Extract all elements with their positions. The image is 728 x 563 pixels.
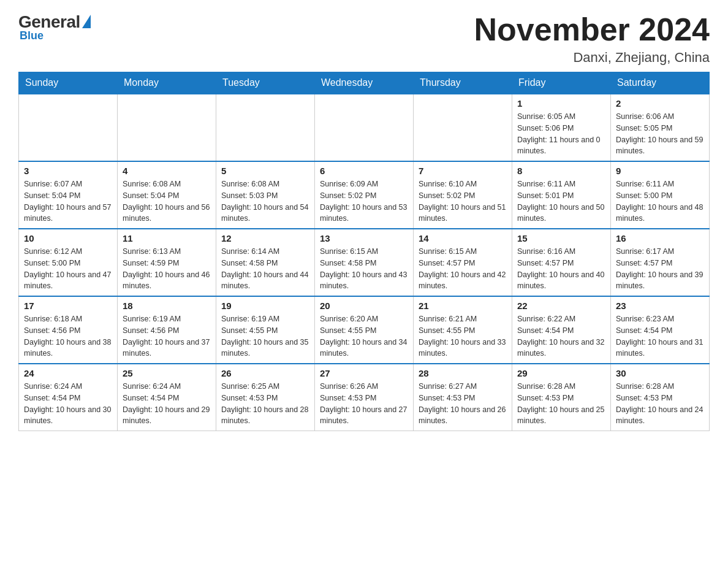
calendar-cell: 6Sunrise: 6:09 AMSunset: 5:02 PMDaylight… [315,161,414,229]
day-number: 23 [616,301,704,311]
calendar-cell: 29Sunrise: 6:28 AMSunset: 4:53 PMDayligh… [512,364,611,431]
day-number: 24 [24,368,112,378]
calendar-cell: 17Sunrise: 6:18 AMSunset: 4:56 PMDayligh… [19,296,118,364]
day-info: Sunrise: 6:09 AMSunset: 5:02 PMDaylight:… [320,178,408,224]
day-info: Sunrise: 6:05 AMSunset: 5:06 PMDaylight:… [517,111,605,157]
day-number: 13 [320,233,408,243]
calendar-cell: 9Sunrise: 6:11 AMSunset: 5:00 PMDaylight… [611,161,710,229]
calendar-cell: 21Sunrise: 6:21 AMSunset: 4:55 PMDayligh… [414,296,512,364]
calendar-cell [118,94,216,161]
day-info: Sunrise: 6:06 AMSunset: 5:05 PMDaylight:… [616,111,704,157]
day-info: Sunrise: 6:28 AMSunset: 4:53 PMDaylight:… [616,381,704,427]
day-info: Sunrise: 6:20 AMSunset: 4:55 PMDaylight:… [320,313,408,359]
day-info: Sunrise: 6:10 AMSunset: 5:02 PMDaylight:… [419,178,507,224]
day-number: 12 [221,233,309,243]
week-row-4: 17Sunrise: 6:18 AMSunset: 4:56 PMDayligh… [19,296,710,364]
day-number: 29 [517,368,605,378]
day-number: 7 [419,166,507,176]
weekday-header-thursday: Thursday [414,72,512,94]
day-info: Sunrise: 6:16 AMSunset: 4:57 PMDaylight:… [517,246,605,292]
calendar-cell: 4Sunrise: 6:08 AMSunset: 5:04 PMDaylight… [118,161,216,229]
day-info: Sunrise: 6:21 AMSunset: 4:55 PMDaylight:… [419,313,507,359]
day-number: 2 [616,98,704,109]
calendar-cell: 23Sunrise: 6:23 AMSunset: 4:54 PMDayligh… [611,296,710,364]
day-number: 3 [24,166,112,176]
day-number: 6 [320,166,408,176]
day-number: 22 [517,301,605,311]
day-info: Sunrise: 6:12 AMSunset: 5:00 PMDaylight:… [24,246,112,292]
calendar-cell: 20Sunrise: 6:20 AMSunset: 4:55 PMDayligh… [315,296,414,364]
calendar-cell: 25Sunrise: 6:24 AMSunset: 4:54 PMDayligh… [118,364,216,431]
day-number: 16 [616,233,704,243]
calendar-cell: 11Sunrise: 6:13 AMSunset: 4:59 PMDayligh… [118,229,216,296]
day-number: 28 [419,368,507,378]
calendar-cell: 8Sunrise: 6:11 AMSunset: 5:01 PMDaylight… [512,161,611,229]
day-number: 20 [320,301,408,311]
weekday-header-wednesday: Wednesday [315,72,414,94]
logo-blue-text: Blue [20,29,44,42]
calendar-cell: 15Sunrise: 6:16 AMSunset: 4:57 PMDayligh… [512,229,611,296]
logo: General Blue [18,12,91,42]
day-number: 18 [123,301,211,311]
calendar-cell: 5Sunrise: 6:08 AMSunset: 5:03 PMDaylight… [216,161,315,229]
day-info: Sunrise: 6:23 AMSunset: 4:54 PMDaylight:… [616,313,704,359]
weekday-header-row: SundayMondayTuesdayWednesdayThursdayFrid… [19,72,710,94]
day-info: Sunrise: 6:08 AMSunset: 5:03 PMDaylight:… [221,178,309,224]
week-row-3: 10Sunrise: 6:12 AMSunset: 5:00 PMDayligh… [19,229,710,296]
calendar-cell [19,94,118,161]
day-number: 11 [123,233,211,243]
day-info: Sunrise: 6:15 AMSunset: 4:57 PMDaylight:… [419,246,507,292]
day-info: Sunrise: 6:11 AMSunset: 5:01 PMDaylight:… [517,178,605,224]
day-number: 19 [221,301,309,311]
calendar-cell: 3Sunrise: 6:07 AMSunset: 5:04 PMDaylight… [19,161,118,229]
weekday-header-sunday: Sunday [19,72,118,94]
calendar-cell [216,94,315,161]
calendar-cell: 18Sunrise: 6:19 AMSunset: 4:56 PMDayligh… [118,296,216,364]
day-info: Sunrise: 6:15 AMSunset: 4:58 PMDaylight:… [320,246,408,292]
day-number: 5 [221,166,309,176]
week-row-2: 3Sunrise: 6:07 AMSunset: 5:04 PMDaylight… [19,161,710,229]
day-number: 27 [320,368,408,378]
day-info: Sunrise: 6:24 AMSunset: 4:54 PMDaylight:… [24,381,112,427]
week-row-1: 1Sunrise: 6:05 AMSunset: 5:06 PMDaylight… [19,94,710,161]
day-info: Sunrise: 6:11 AMSunset: 5:00 PMDaylight:… [616,178,704,224]
day-info: Sunrise: 6:08 AMSunset: 5:04 PMDaylight:… [123,178,211,224]
day-number: 8 [517,166,605,176]
calendar-cell [315,94,414,161]
calendar-cell [414,94,512,161]
day-info: Sunrise: 6:26 AMSunset: 4:53 PMDaylight:… [320,381,408,427]
month-year-title: November 2024 [474,12,710,47]
day-info: Sunrise: 6:28 AMSunset: 4:53 PMDaylight:… [517,381,605,427]
day-info: Sunrise: 6:24 AMSunset: 4:54 PMDaylight:… [123,381,211,427]
calendar-cell: 27Sunrise: 6:26 AMSunset: 4:53 PMDayligh… [315,364,414,431]
day-info: Sunrise: 6:25 AMSunset: 4:53 PMDaylight:… [221,381,309,427]
day-info: Sunrise: 6:18 AMSunset: 4:56 PMDaylight:… [24,313,112,359]
title-section: November 2024 Danxi, Zhejiang, China [474,12,710,66]
calendar-cell: 14Sunrise: 6:15 AMSunset: 4:57 PMDayligh… [414,229,512,296]
weekday-header-friday: Friday [512,72,611,94]
calendar-cell: 13Sunrise: 6:15 AMSunset: 4:58 PMDayligh… [315,229,414,296]
day-number: 14 [419,233,507,243]
day-info: Sunrise: 6:19 AMSunset: 4:56 PMDaylight:… [123,313,211,359]
weekday-header-tuesday: Tuesday [216,72,315,94]
calendar-table: SundayMondayTuesdayWednesdayThursdayFrid… [18,72,710,431]
weekday-header-monday: Monday [118,72,216,94]
day-number: 17 [24,301,112,311]
logo-triangle-icon [82,15,91,28]
calendar-cell: 12Sunrise: 6:14 AMSunset: 4:58 PMDayligh… [216,229,315,296]
day-number: 26 [221,368,309,378]
day-info: Sunrise: 6:07 AMSunset: 5:04 PMDaylight:… [24,178,112,224]
calendar-cell: 7Sunrise: 6:10 AMSunset: 5:02 PMDaylight… [414,161,512,229]
week-row-5: 24Sunrise: 6:24 AMSunset: 4:54 PMDayligh… [19,364,710,431]
day-number: 4 [123,166,211,176]
calendar-cell: 26Sunrise: 6:25 AMSunset: 4:53 PMDayligh… [216,364,315,431]
weekday-header-saturday: Saturday [611,72,710,94]
day-info: Sunrise: 6:14 AMSunset: 4:58 PMDaylight:… [221,246,309,292]
day-number: 9 [616,166,704,176]
day-number: 1 [517,98,605,109]
calendar-cell: 30Sunrise: 6:28 AMSunset: 4:53 PMDayligh… [611,364,710,431]
day-info: Sunrise: 6:13 AMSunset: 4:59 PMDaylight:… [123,246,211,292]
calendar-cell: 28Sunrise: 6:27 AMSunset: 4:53 PMDayligh… [414,364,512,431]
location-text: Danxi, Zhejiang, China [474,50,710,66]
day-number: 10 [24,233,112,243]
